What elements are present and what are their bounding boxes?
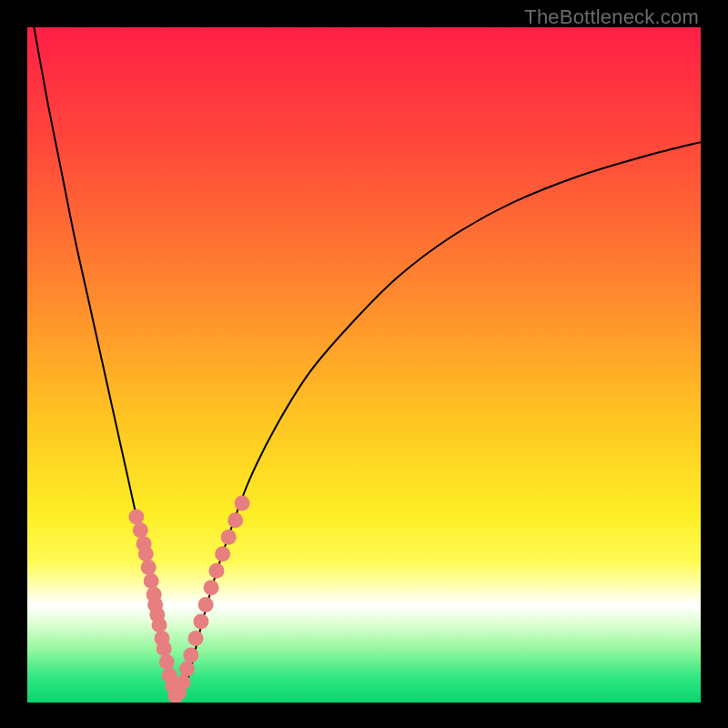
sample-marker bbox=[198, 597, 214, 612]
sample-marker bbox=[152, 617, 167, 632]
sample-marker bbox=[193, 613, 208, 629]
sample-marker bbox=[144, 573, 159, 589]
chart-frame: TheBottleneck.com bbox=[0, 0, 728, 728]
sample-marker bbox=[133, 522, 148, 538]
sample-marker bbox=[138, 546, 154, 561]
sample-marker bbox=[179, 661, 195, 676]
sample-marker bbox=[204, 580, 219, 595]
gradient-background bbox=[27, 27, 701, 703]
sample-marker bbox=[221, 530, 237, 545]
sample-marker bbox=[188, 631, 204, 646]
sample-marker bbox=[128, 509, 144, 524]
sample-marker bbox=[157, 641, 172, 656]
sample-marker bbox=[215, 546, 230, 561]
sample-marker bbox=[159, 654, 175, 670]
attribution-label: TheBottleneck.com bbox=[524, 5, 699, 29]
sample-marker bbox=[141, 560, 157, 575]
sample-marker bbox=[228, 512, 243, 528]
plot-area bbox=[27, 27, 701, 703]
bottleneck-chart bbox=[27, 27, 701, 703]
sample-marker bbox=[235, 496, 250, 511]
sample-marker bbox=[208, 563, 224, 579]
sample-marker bbox=[175, 674, 190, 690]
sample-marker bbox=[183, 648, 198, 663]
